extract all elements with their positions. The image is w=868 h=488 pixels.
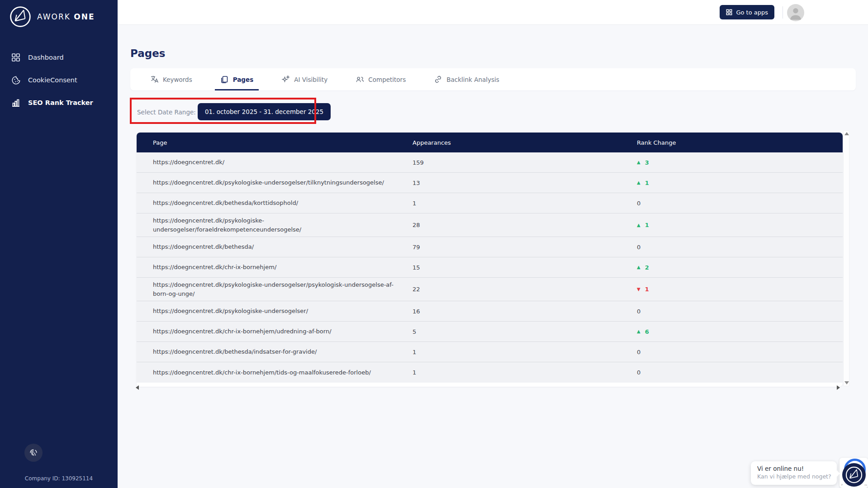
- topbar: Go to apps: [118, 0, 868, 25]
- page-url-cell: https://doegncentret.dk/psykologiske-und…: [137, 178, 413, 187]
- chat-line2: Kan vi hjælpe med noget?: [757, 473, 837, 480]
- rank-change-value: 1: [645, 180, 649, 186]
- people-icon: [356, 75, 364, 84]
- rank-change-value: 3: [645, 159, 649, 166]
- table-row[interactable]: https://doegncentret.dk/psykologiske-und…: [137, 301, 843, 322]
- column-header-appearances[interactable]: Appearances: [413, 139, 637, 146]
- go-to-apps-button[interactable]: Go to apps: [720, 5, 774, 19]
- rank-change-cell: ▲6: [637, 328, 843, 335]
- sidebar-item-cookieconsent[interactable]: CookieConsent: [0, 69, 118, 91]
- sidebar-nav: Dashboard CookieConsent SEO Rank Tracker: [0, 46, 118, 114]
- table-row[interactable]: https://doegncentret.dk/chr-ix-bornehjem…: [137, 257, 843, 278]
- scroll-up-icon[interactable]: [844, 132, 849, 135]
- sidebar-item-label: Dashboard: [28, 54, 64, 61]
- page-url-cell: https://doegncentret.dk/chr-ix-bornehjem…: [137, 263, 413, 272]
- appearances-cell: 79: [413, 244, 637, 251]
- table-row[interactable]: https://doegncentret.dk/chr-ix-bornehjem…: [137, 362, 843, 383]
- tab-label: AI Visibility: [294, 76, 327, 83]
- bar-chart-icon: [11, 98, 21, 108]
- appearances-cell: 28: [413, 222, 637, 228]
- tab-label: Pages: [233, 76, 254, 83]
- rank-change-cell: ▼1: [637, 286, 843, 293]
- appearances-cell: 22: [413, 286, 637, 293]
- page-url-cell: https://doegncentret.dk/psykologiske-und…: [137, 216, 413, 234]
- table-row[interactable]: https://doegncentret.dk/psykologiske-und…: [137, 213, 843, 237]
- rank-change-cell: ▲2: [637, 264, 843, 271]
- scroll-left-icon[interactable]: [136, 385, 139, 390]
- tabs-bar: Keywords Pages AI Visibility Compet: [130, 68, 856, 90]
- page-url-cell: https://doegncentret.dk/bethesda/: [137, 242, 413, 251]
- page-url-cell: https://doegncentret.dk/bethesda/korttid…: [137, 199, 413, 208]
- rank-up-icon: ▲: [637, 329, 640, 334]
- table-row[interactable]: https://doegncentret.dk/psykologiske-und…: [137, 173, 843, 193]
- table-row[interactable]: https://doegncentret.dk/bethesda/indsats…: [137, 342, 843, 362]
- pages-table: Page Appearances Rank Change https://doe…: [137, 133, 843, 387]
- sidebar-item-label: CookieConsent: [28, 76, 77, 84]
- chat-tooltip: Vi er online nu! Kan vi hjælpe med noget…: [751, 461, 837, 485]
- page-url-cell: https://doegncentret.dk/bethesda/indsats…: [137, 347, 413, 356]
- column-header-rank-change[interactable]: Rank Change: [637, 139, 843, 146]
- rank-change-value: 6: [645, 328, 649, 335]
- chat-line1: Vi er online nu!: [757, 465, 837, 472]
- sidebar-item-dashboard[interactable]: Dashboard: [0, 46, 118, 69]
- link-icon: [434, 75, 442, 84]
- rank-down-icon: ▼: [637, 287, 640, 292]
- page-title: Pages: [130, 47, 166, 59]
- appearances-cell: 15: [413, 264, 637, 271]
- cookie-icon: [11, 75, 21, 85]
- person-icon: [787, 4, 804, 21]
- brand-text: AWORK ONE: [37, 12, 95, 21]
- page-url-cell: https://doegncentret.dk/chr-ix-bornehjem…: [137, 368, 413, 377]
- tab-label: Competitors: [368, 76, 406, 83]
- tab-competitors[interactable]: Competitors: [353, 68, 408, 90]
- scroll-down-icon[interactable]: [844, 381, 849, 384]
- table-row[interactable]: https://doegncentret.dk/psykologiske-und…: [137, 278, 843, 301]
- sidebar: AWORK ONE Dashboard CookieConsent: [0, 0, 118, 488]
- rank-change-value: 1: [645, 222, 649, 228]
- brand: AWORK ONE: [0, 0, 118, 28]
- tab-keywords[interactable]: Keywords: [147, 68, 195, 90]
- awork-chat-logo-icon: [845, 466, 863, 484]
- appearances-cell: 16: [413, 308, 637, 315]
- chat-launcher-button[interactable]: [842, 463, 866, 487]
- rank-up-icon: ▲: [637, 160, 640, 165]
- date-range-label: Select Date Range:: [137, 109, 196, 116]
- appearances-cell: 159: [413, 159, 637, 166]
- scroll-right-icon[interactable]: [837, 385, 840, 390]
- column-header-page[interactable]: Page: [137, 139, 413, 146]
- rank-change-cell: ▲3: [637, 159, 843, 166]
- awork-logo-icon: [9, 5, 32, 28]
- tab-ai-visibility[interactable]: AI Visibility: [279, 68, 330, 90]
- translate-icon: [150, 75, 159, 84]
- tab-backlink-analysis[interactable]: Backlink Analysis: [431, 68, 502, 90]
- table-header-row: Page Appearances Rank Change: [137, 133, 843, 152]
- rank-up-icon: ▲: [637, 223, 640, 227]
- user-avatar[interactable]: [787, 4, 804, 21]
- date-range-button[interactable]: 01. october 2025 - 31. december 2025: [198, 103, 331, 120]
- page-url-cell: https://doegncentret.dk/chr-ix-bornehjem…: [137, 327, 413, 336]
- rank-change-cell: 0: [637, 369, 843, 376]
- tab-pages[interactable]: Pages: [218, 68, 256, 90]
- fingerprint-icon: [28, 448, 38, 458]
- go-to-apps-label: Go to apps: [736, 9, 768, 16]
- table-row[interactable]: https://doegncentret.dk/bethesda/korttid…: [137, 193, 843, 213]
- appearances-cell: 5: [413, 328, 637, 335]
- company-id: Company ID: 130925114: [0, 475, 118, 482]
- rank-change-value: 1: [645, 286, 649, 293]
- rank-change-value: 2: [645, 264, 649, 271]
- apps-grid-icon: [726, 9, 732, 15]
- sidebar-item-seo-rank-tracker[interactable]: SEO Rank Tracker: [0, 91, 118, 114]
- table-body: https://doegncentret.dk/ 159 ▲3 https://…: [137, 152, 843, 383]
- dashboard-icon: [11, 52, 21, 62]
- table-row[interactable]: https://doegncentret.dk/chr-ix-bornehjem…: [137, 322, 843, 342]
- fingerprint-button[interactable]: [24, 444, 43, 462]
- topbar-separator: [783, 6, 783, 19]
- rank-change-cell: 0: [637, 200, 843, 207]
- table-row[interactable]: https://doegncentret.dk/ 159 ▲3: [137, 152, 843, 173]
- appearances-cell: 1: [413, 349, 637, 355]
- rank-change-cell: ▲1: [637, 180, 843, 186]
- vertical-scrollbar[interactable]: [843, 130, 849, 386]
- rank-change-cell: 0: [637, 308, 843, 315]
- table-row[interactable]: https://doegncentret.dk/bethesda/ 79 0: [137, 237, 843, 257]
- appearances-cell: 1: [413, 369, 637, 376]
